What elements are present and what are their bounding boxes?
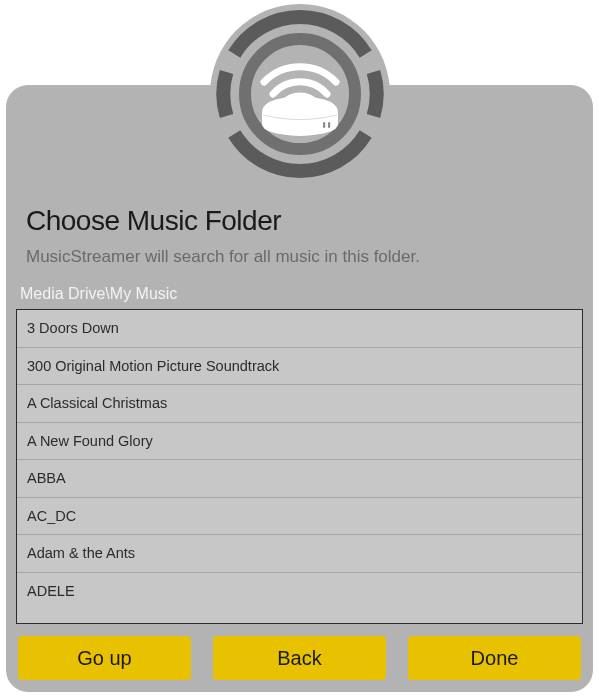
button-bar: Go up Back Done [6, 624, 593, 692]
list-item[interactable]: Adam & the Ants [17, 535, 582, 573]
back-button[interactable]: Back [213, 636, 386, 680]
list-item[interactable]: A New Found Glory [17, 423, 582, 461]
list-item[interactable]: ABBA [17, 460, 582, 498]
list-item[interactable]: 3 Doors Down [17, 310, 582, 348]
go-up-button[interactable]: Go up [18, 636, 191, 680]
dialog-card: Choose Music Folder MusicStreamer will s… [6, 85, 593, 692]
list-item[interactable]: ADELE [17, 573, 582, 611]
list-item[interactable]: 300 Original Motion Picture Soundtrack [17, 348, 582, 386]
page-subtitle: MusicStreamer will search for all music … [6, 247, 593, 285]
list-item[interactable]: A Classical Christmas [17, 385, 582, 423]
page-title: Choose Music Folder [6, 205, 593, 247]
list-item[interactable]: AC_DC [17, 498, 582, 536]
folder-list[interactable]: 3 Doors Down300 Original Motion Picture … [16, 309, 583, 624]
current-path: Media Drive\My Music [6, 285, 593, 309]
done-button[interactable]: Done [408, 636, 581, 680]
